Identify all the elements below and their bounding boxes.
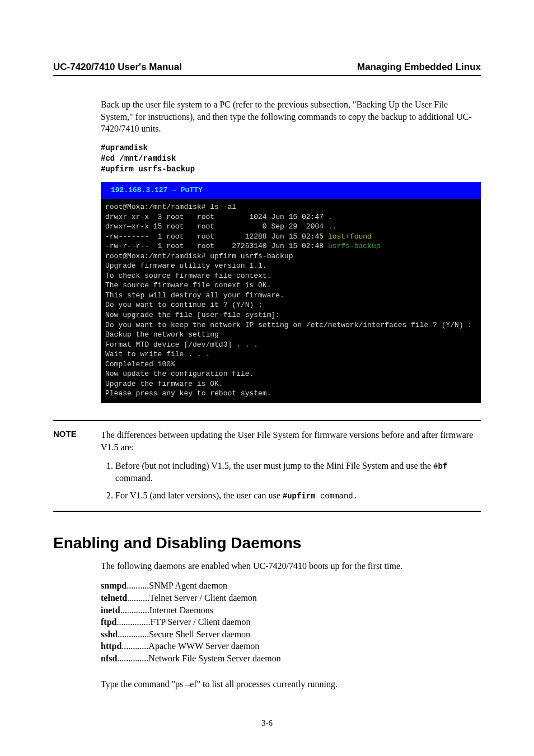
term-highlight: ..: [328, 222, 337, 231]
note-item-text: command.: [115, 473, 153, 483]
header-left: UC-7420/7410 User's Manual: [53, 62, 182, 73]
daemon-dots: ..............: [117, 652, 148, 665]
daemon-name: sshd: [101, 628, 118, 641]
inline-code: command.: [316, 492, 358, 501]
terminal-title: 192.168.3.127 – PuTTY: [101, 182, 481, 201]
term-line: Do you want to continue it ? (Y/N) :: [105, 301, 263, 309]
note-item: Before (but not including) V1.5, the use…: [115, 460, 481, 485]
daemon-name: snmpd: [101, 580, 127, 592]
daemon-dots: ..........: [127, 580, 149, 592]
daemon-desc: FTP Server / Client daemon: [150, 616, 250, 628]
term-line: root@Moxa:/mnt/ramdisk# ls -al: [105, 203, 236, 211]
note-label: NOTE: [53, 429, 101, 438]
daemon-desc: Telnet Server / Client daemon: [149, 592, 257, 604]
daemon-row: nfsd ..............Network File System S…: [101, 652, 481, 665]
command-block: #upramdisk #cd /mnt/ramdisk #upfirm usrf…: [101, 143, 481, 175]
section-heading: Enabling and Disabling Daemons: [53, 534, 481, 552]
daemon-name: inetd: [101, 604, 120, 617]
daemon-row: sshd ..............Secure Shell Server d…: [101, 628, 481, 641]
daemon-desc: Secure Shell Server daemon: [149, 628, 250, 641]
term-line: The source firmware file conext is OK.: [105, 281, 271, 290]
section-intro: The following daemons are enabled when U…: [101, 560, 481, 572]
term-line: Please press any key to reboot system.: [105, 389, 271, 398]
page: UC-7420/7410 User's Manual Managing Embe…: [0, 0, 534, 756]
inline-code: #bf: [433, 462, 447, 471]
term-highlight: usrfs-backup: [328, 242, 381, 250]
daemon-desc: SNMP Agent daemon: [149, 580, 227, 592]
term-line: Backup the network setting: [105, 330, 219, 339]
content-area: Back up the user file system to a PC (re…: [101, 99, 481, 403]
daemon-name: ftpd: [101, 616, 116, 628]
inline-code: #upfirm: [283, 492, 316, 501]
daemon-name: nfsd: [101, 652, 117, 665]
note-lead: The differences between updating the Use…: [101, 430, 473, 452]
term-line: -rw-r--r-- 1 root root 27263140 Jun 15 0…: [105, 242, 328, 250]
section-outro: Type the command "ps –ef" to list all pr…: [101, 678, 481, 690]
header-right: Managing Embedded Linux: [357, 62, 481, 73]
term-line: Upgrade the firmware is OK.: [105, 380, 223, 388]
daemon-name: httpd: [101, 640, 121, 652]
terminal-window: 192.168.3.127 – PuTTY root@Moxa:/mnt/ram…: [101, 182, 481, 403]
intro-paragraph: Back up the user file system to a PC (re…: [101, 99, 481, 135]
daemon-dots: ...............: [116, 616, 150, 628]
daemon-row: snmpd ..........SNMP Agent daemon: [101, 580, 481, 592]
section-body: The following daemons are enabled when U…: [101, 560, 481, 690]
daemon-dots: .............: [120, 604, 149, 617]
terminal-body: root@Moxa:/mnt/ramdisk# ls -al drwxr—xr-…: [101, 201, 481, 400]
term-line: Do you want to keep the network IP setti…: [105, 321, 472, 329]
daemon-row: telnetd ..........Telnet Server / Client…: [101, 592, 481, 604]
daemon-list: snmpd ..........SNMP Agent daemontelnetd…: [101, 580, 481, 664]
daemon-row: httpd ............Apache WWW Server daem…: [101, 640, 481, 652]
term-line: Format MTD device [/dev/mtd3] . . .: [105, 340, 258, 349]
daemon-row: ftpd...............FTP Server / Client d…: [101, 616, 481, 628]
term-line: root@Moxa:/mnt/ramdisk# upfirm usrfs-bac…: [105, 252, 293, 260]
page-header: UC-7420/7410 User's Manual Managing Embe…: [53, 62, 481, 76]
page-number: 3-6: [0, 718, 534, 728]
daemon-name: telnetd: [101, 592, 127, 604]
term-line: drwxr—xr-x 15 root root 0 Sep 29 2004: [105, 222, 328, 231]
note-list: Before (but not including) V1.5, the use…: [101, 460, 481, 502]
daemon-dots: ..........: [127, 592, 149, 604]
term-highlight: lost+found: [328, 232, 372, 241]
term-line: -rw------- 1 root root 12288 Jun 15 02:4…: [105, 232, 328, 241]
term-line: Wait to write file . . .: [105, 350, 210, 358]
daemon-dots: ............: [121, 640, 148, 652]
term-line: This step will destroy all your firmware…: [105, 291, 284, 300]
daemon-desc: Internet Daemons: [149, 604, 213, 617]
note-item: For V1.5 (and later versions), the user …: [115, 489, 481, 502]
term-line: Now update the configuration file.: [105, 370, 254, 378]
term-line: To check source firmware file context.: [105, 272, 271, 280]
term-highlight: .: [328, 213, 332, 221]
term-line: drwxr—xr-x 3 root root 1024 Jun 15 02:47: [105, 213, 328, 221]
daemon-desc: Network File System Server daemon: [148, 652, 280, 665]
daemon-row: inetd .............Internet Daemons: [101, 604, 481, 617]
note-body: The differences between updating the Use…: [101, 429, 481, 502]
note-item-text: Before (but not including) V1.5, the use…: [115, 461, 433, 470]
term-line: Compleleted 100%: [105, 360, 175, 368]
daemon-dots: ..............: [118, 628, 149, 641]
term-line: Upgrade firmware utility version 1.1.: [105, 262, 267, 270]
note-block: NOTE The differences between updating th…: [53, 420, 481, 512]
daemon-desc: Apache WWW Server daemon: [148, 640, 259, 652]
term-line: Now upgrade the file [user-file-systim]:: [105, 311, 280, 319]
note-item-text: For V1.5 (and later versions), the user …: [115, 491, 283, 500]
